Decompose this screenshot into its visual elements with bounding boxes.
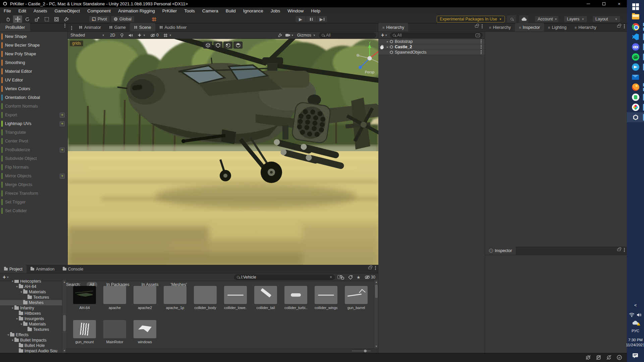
volume-icon[interactable] <box>637 313 642 317</box>
asset-tile[interactable]: gun_barrel <box>345 286 368 310</box>
scene-visibility-toggle[interactable]: 0 <box>148 33 161 38</box>
spotify-icon[interactable] <box>627 52 644 62</box>
tree-folder-row[interactable]: Effects <box>0 332 62 338</box>
asset-tile[interactable]: collider_body <box>194 286 217 310</box>
probuilder-action-button[interactable]: Merge Objects + <box>0 180 67 189</box>
hierarchy-menu-icon[interactable] <box>482 26 483 27</box>
evernote-icon[interactable] <box>627 92 644 102</box>
unity-taskbar-icon[interactable] <box>627 112 644 122</box>
expand-arrow-icon[interactable] <box>386 40 389 43</box>
project-menu-icon[interactable] <box>375 267 376 268</box>
options-plus-button[interactable]: + <box>60 121 65 126</box>
row-menu-icon[interactable] <box>481 52 482 53</box>
vscode-icon[interactable] <box>627 32 644 42</box>
probuilder-action-button[interactable]: New Poly Shape + <box>0 50 67 58</box>
probuilder-action-button[interactable]: Triangulate + <box>0 128 67 137</box>
asset-tile[interactable]: MainRotor <box>103 320 126 344</box>
options-plus-button[interactable]: + <box>60 174 65 179</box>
file-explorer-icon[interactable] <box>627 12 644 22</box>
view-tab[interactable]: Scene <box>130 23 155 32</box>
tree-folder-row[interactable]: AH-64 <box>0 284 62 289</box>
scene-search-input[interactable]: All <box>319 33 376 38</box>
scene-audio-toggle[interactable] <box>126 34 135 37</box>
show-hidden-icons-chevron[interactable]: < <box>634 303 637 308</box>
move-tool-icon[interactable] <box>13 15 22 23</box>
menu-item[interactable]: File <box>0 7 15 15</box>
expand-arrow-icon[interactable] <box>11 280 14 283</box>
lock-icon[interactable] <box>617 249 621 251</box>
options-plus-button[interactable]: + <box>60 147 65 153</box>
tab-hierarchy[interactable]: ≡ Hierarchy <box>378 23 408 32</box>
maximize-button[interactable] <box>596 0 611 7</box>
scene-row[interactable]: Castle_2 <box>378 44 485 50</box>
expand-arrow-icon[interactable] <box>11 306 14 310</box>
expand-arrow-icon[interactable] <box>19 290 23 294</box>
view-tab[interactable]: Audio Mixer <box>155 23 191 32</box>
face-mode-button[interactable] <box>233 42 243 49</box>
probuilder-action-button[interactable]: Lightmap UVs + <box>0 119 67 128</box>
thumbnail-size-slider[interactable] <box>352 351 371 351</box>
expand-arrow-icon[interactable] <box>19 322 23 326</box>
lock-icon[interactable] <box>368 267 372 269</box>
2d-toggle[interactable]: 2D <box>107 33 118 38</box>
menu-item[interactable]: Window <box>284 7 307 15</box>
scale-tool-icon[interactable] <box>33 15 42 23</box>
view-tab[interactable]: Animator <box>75 23 105 32</box>
bottom-tab[interactable]: Console <box>59 265 88 273</box>
menu-item[interactable]: Component <box>84 7 114 15</box>
object-mode-button[interactable] <box>203 42 212 49</box>
action-center-icon[interactable] <box>632 353 639 359</box>
scene-row[interactable]: SpawnedObjects <box>378 50 485 55</box>
menu-item[interactable]: Edit <box>15 7 30 15</box>
search-icon[interactable] <box>507 15 516 23</box>
onedrive-warning-icon[interactable] <box>632 320 639 325</box>
tree-folder-row[interactable]: Helicopters <box>0 280 62 284</box>
tree-folder-row[interactable]: Textures <box>0 295 62 300</box>
scene-tools-icon[interactable] <box>278 33 282 38</box>
panel-tab[interactable]: ≡ Hierarchy <box>485 23 515 32</box>
panel-tab[interactable]: ≡ Inspector <box>515 23 544 32</box>
rect-tool-icon[interactable] <box>42 15 51 23</box>
probuilder-action-button[interactable]: Conform Normals + <box>0 102 67 111</box>
asset-tile[interactable]: AH-64 <box>73 286 96 310</box>
tree-folder-row[interactable]: Textures <box>0 327 62 332</box>
options-plus-button[interactable]: + <box>60 113 65 118</box>
probuilder-action-button[interactable]: Set Collider + <box>0 206 67 215</box>
asset-tile[interactable]: collider_lowe... <box>224 286 247 310</box>
favorites-star-icon[interactable]: ★ <box>357 275 361 280</box>
panel-tab[interactable]: ≡ Lighting <box>544 23 571 32</box>
pause-button[interactable] <box>306 16 317 22</box>
tree-folder-row[interactable]: Meshes <box>0 300 62 305</box>
asset-tile[interactable]: collider_wings <box>315 286 337 310</box>
asset-tile[interactable]: gun_mount <box>73 320 96 344</box>
scene-row[interactable]: Bootstrap <box>378 39 485 44</box>
rotate-tool-icon[interactable] <box>23 15 32 23</box>
menu-item[interactable]: Tools <box>180 7 199 15</box>
search-by-type-icon[interactable] <box>339 275 344 280</box>
hierarchy-search-input[interactable]: All ↗ <box>390 33 483 38</box>
slack-icon[interactable] <box>627 102 644 112</box>
wifi-icon[interactable] <box>629 312 635 317</box>
scene-viewport[interactable]: grids <box>68 39 378 265</box>
menu-item[interactable]: Jobs <box>267 7 284 15</box>
lock-icon[interactable] <box>617 25 621 27</box>
progress-ok-icon[interactable] <box>616 355 622 360</box>
probuilder-action-button[interactable]: ProBuilderize + <box>0 145 67 154</box>
transform-tool-icon[interactable] <box>52 15 61 23</box>
chrome-icon[interactable] <box>627 22 644 32</box>
view-tab[interactable]: Game <box>105 23 130 32</box>
panel-menu-icon[interactable] <box>624 26 625 27</box>
expand-arrow-icon[interactable] <box>15 285 19 288</box>
scene-effects-dropdown[interactable]: ▼ <box>135 33 148 37</box>
pane-menu-icon[interactable] <box>68 24 75 32</box>
probuilder-action-button[interactable]: Vertex Colors + <box>0 84 67 93</box>
start-button-icon[interactable] <box>627 2 644 12</box>
probuilder-action-button[interactable]: Orientation: Global + <box>0 93 67 102</box>
grids-overlay-chip[interactable]: grids <box>70 41 83 46</box>
grid-scrollbar[interactable]: ▲ ▼ <box>374 280 378 349</box>
tree-scrollbar[interactable]: ▲ ▼ <box>62 280 66 353</box>
menu-item[interactable]: Camera <box>199 7 222 15</box>
global-toggle[interactable]: Global <box>111 16 135 22</box>
scene-orientation-gizmo[interactable]: y Persp <box>351 42 378 75</box>
menu-item[interactable]: Build <box>222 7 239 15</box>
